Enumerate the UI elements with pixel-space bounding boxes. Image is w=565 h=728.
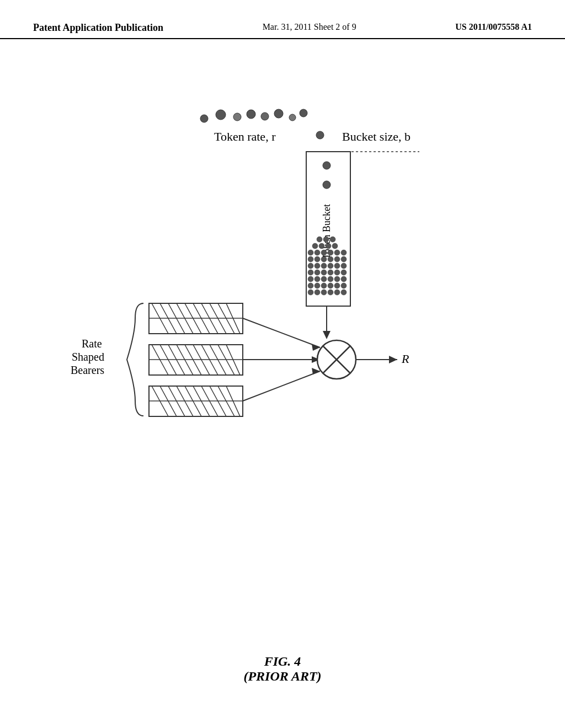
- svg-point-1: [216, 110, 226, 120]
- svg-point-16: [341, 290, 347, 295]
- svg-point-3: [247, 110, 255, 119]
- svg-marker-107: [389, 356, 397, 363]
- svg-point-6: [289, 114, 296, 121]
- svg-point-21: [334, 283, 340, 288]
- svg-point-28: [341, 276, 347, 282]
- diagram-area: Token rate, r Bucket size, b Token Bucke…: [0, 88, 565, 640]
- svg-point-55: [326, 243, 331, 249]
- svg-point-42: [315, 256, 320, 262]
- svg-point-58: [323, 237, 329, 242]
- page-header: Patent Application Publication Mar. 31, …: [0, 0, 565, 39]
- svg-point-54: [319, 243, 324, 249]
- figure-caption: FIG. 4 (PRIOR ART): [243, 654, 321, 684]
- svg-point-22: [341, 283, 347, 288]
- svg-point-43: [321, 256, 327, 262]
- svg-point-17: [308, 283, 313, 288]
- diagram-svg: Token rate, r Bucket size, b Token Bucke…: [0, 88, 565, 640]
- svg-point-13: [321, 290, 327, 295]
- svg-point-40: [341, 263, 347, 269]
- svg-point-39: [334, 263, 340, 269]
- svg-point-11: [308, 290, 313, 295]
- caption-line1: FIG. 4: [243, 654, 321, 669]
- svg-point-38: [328, 263, 333, 269]
- svg-point-36: [315, 263, 320, 269]
- publication-title: Patent Application Publication: [33, 22, 163, 34]
- svg-point-52: [341, 250, 347, 255]
- svg-line-97: [243, 318, 320, 347]
- svg-point-25: [321, 276, 327, 282]
- svg-point-48: [315, 250, 320, 255]
- svg-point-19: [321, 283, 327, 288]
- svg-point-30: [315, 270, 320, 275]
- svg-point-50: [328, 250, 333, 255]
- svg-point-46: [341, 256, 347, 262]
- svg-point-56: [332, 243, 338, 249]
- svg-point-24: [315, 276, 320, 282]
- svg-point-2: [233, 113, 241, 121]
- svg-point-4: [261, 113, 269, 120]
- rate-label-3: Bearers: [71, 364, 104, 376]
- sheet-info: Mar. 31, 2011 Sheet 2 of 9: [263, 22, 356, 32]
- svg-marker-102: [312, 368, 320, 374]
- svg-point-33: [334, 270, 340, 275]
- svg-point-57: [317, 237, 322, 242]
- rate-label-2: Shaped: [72, 351, 104, 363]
- caption-line2: (PRIOR ART): [243, 669, 321, 684]
- svg-point-31: [321, 270, 327, 275]
- svg-point-34: [341, 270, 347, 275]
- svg-point-37: [321, 263, 327, 269]
- svg-point-51: [334, 250, 340, 255]
- svg-point-20: [328, 283, 333, 288]
- svg-point-27: [334, 276, 340, 282]
- svg-point-29: [308, 270, 313, 275]
- svg-point-61: [323, 181, 331, 189]
- svg-point-59: [330, 237, 335, 242]
- svg-point-47: [308, 250, 313, 255]
- svg-point-5: [274, 109, 283, 118]
- svg-line-99: [243, 371, 320, 401]
- svg-point-45: [334, 256, 340, 262]
- output-r-label: R: [401, 352, 409, 366]
- svg-marker-63: [323, 331, 331, 339]
- svg-point-7: [300, 109, 307, 117]
- svg-point-26: [328, 276, 333, 282]
- svg-point-41: [308, 256, 313, 262]
- svg-point-8: [316, 131, 324, 139]
- svg-point-49: [321, 250, 327, 255]
- svg-point-23: [308, 276, 313, 282]
- svg-point-60: [323, 162, 331, 169]
- svg-point-44: [328, 256, 333, 262]
- token-rate-label: Token rate, r: [214, 130, 276, 143]
- svg-point-14: [328, 290, 333, 295]
- svg-point-15: [334, 290, 340, 295]
- svg-point-53: [312, 243, 318, 249]
- rate-label-1: Rate: [82, 338, 102, 350]
- svg-marker-100: [312, 344, 320, 351]
- svg-point-32: [328, 270, 333, 275]
- svg-point-35: [308, 263, 313, 269]
- patent-number: US 2011/0075558 A1: [455, 22, 532, 32]
- bucket-size-label: Bucket size, b: [342, 130, 411, 143]
- svg-point-0: [200, 115, 208, 122]
- svg-point-18: [315, 283, 320, 288]
- svg-point-12: [315, 290, 320, 295]
